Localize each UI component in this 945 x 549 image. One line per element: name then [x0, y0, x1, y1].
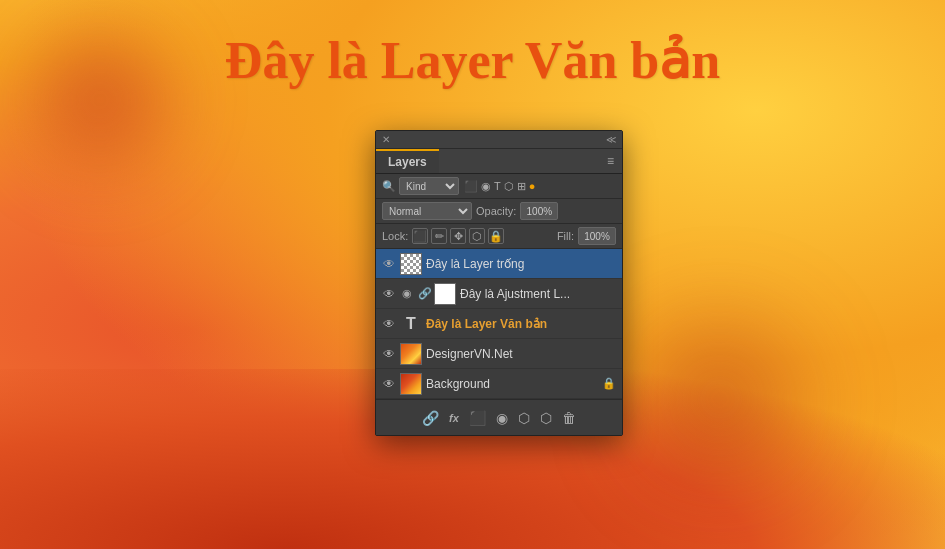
filter-icons: ⬛ ◉ T ⬡ ⊞ ● — [464, 180, 535, 193]
layer-row[interactable]: 👁 Đây là Layer trống — [376, 249, 622, 279]
visibility-icon[interactable]: 👁 — [382, 317, 396, 331]
lock-icons: ⬛ ✏ ✥ ⬡ 🔒 — [412, 228, 504, 244]
fx-icon[interactable]: fx — [449, 412, 459, 424]
panel-menu-icon[interactable]: ≡ — [599, 150, 622, 172]
visibility-icon[interactable]: 👁 — [382, 347, 396, 361]
filter-adjustment-icon[interactable]: ◉ — [481, 180, 491, 193]
visibility-icon[interactable]: 👁 — [382, 287, 396, 301]
link-icon: 🔗 — [418, 287, 430, 300]
expand-icon[interactable]: ≪ — [606, 134, 616, 145]
group-icon[interactable]: ⬡ — [518, 410, 530, 426]
layer-thumbnail — [400, 343, 422, 365]
adjustment-layer-icon[interactable]: ◉ — [496, 410, 508, 426]
visibility-icon[interactable]: 👁 — [382, 257, 396, 271]
layers-tab[interactable]: Layers — [376, 149, 439, 173]
opacity-input[interactable] — [520, 202, 558, 220]
fill-input[interactable] — [578, 227, 616, 245]
layer-row[interactable]: 👁 DesignerVN.Net — [376, 339, 622, 369]
layers-list: 👁 Đây là Layer trống 👁 ◉ 🔗 Đây là Ajustm… — [376, 249, 622, 399]
layer-thumbnail-text: T — [400, 313, 422, 335]
filter-row: 🔍 Kind Name Effect Mode Attribute Color … — [376, 174, 622, 199]
filter-smart-icon[interactable]: ⊞ — [517, 180, 526, 193]
filter-pixel-icon[interactable]: ⬛ — [464, 180, 478, 193]
layers-panel: ✕ ≪ Layers ≡ 🔍 Kind Name Effect Mode Att… — [375, 130, 623, 436]
page-title: Đây là Layer Văn bản — [0, 30, 945, 90]
layer-row[interactable]: 👁 T Đây là Layer Văn bản — [376, 309, 622, 339]
layer-row[interactable]: 👁 Background 🔒 — [376, 369, 622, 399]
layer-row[interactable]: 👁 ◉ 🔗 Đây là Ajustment L... — [376, 279, 622, 309]
layer-thumbnail — [400, 253, 422, 275]
layer-thumbnail — [434, 283, 456, 305]
lock-row: Lock: ⬛ ✏ ✥ ⬡ 🔒 Fill: — [376, 224, 622, 249]
layer-name: Đây là Ajustment L... — [460, 287, 616, 301]
lock-move-icon[interactable]: ✥ — [450, 228, 466, 244]
layer-name: Đây là Layer trống — [426, 257, 616, 271]
filter-search-icon: 🔍 — [382, 180, 396, 193]
delete-layer-icon[interactable]: 🗑 — [562, 410, 576, 426]
layer-name: Background — [426, 377, 598, 391]
layer-locked-icon: 🔒 — [602, 377, 616, 390]
lock-pixel-icon[interactable]: ⬛ — [412, 228, 428, 244]
panel-bottom-toolbar: 🔗 fx ⬛ ◉ ⬡ ⬡ 🗑 — [376, 399, 622, 435]
opacity-label: Opacity: — [476, 205, 516, 217]
new-layer-icon[interactable]: ⬡ — [540, 410, 552, 426]
bg-blur2 — [595, 299, 845, 499]
add-mask-icon[interactable]: ⬛ — [469, 410, 486, 426]
filter-active-icon[interactable]: ● — [529, 180, 536, 192]
layer-thumbnail — [400, 373, 422, 395]
visibility-icon[interactable]: 👁 — [382, 377, 396, 391]
panel-topbar: ✕ ≪ — [376, 131, 622, 149]
filter-type-icon[interactable]: T — [494, 180, 501, 192]
lock-draw-icon[interactable]: ✏ — [431, 228, 447, 244]
link-layers-icon[interactable]: 🔗 — [422, 410, 439, 426]
filter-shape-icon[interactable]: ⬡ — [504, 180, 514, 193]
lock-artboard-icon[interactable]: ⬡ — [469, 228, 485, 244]
blend-row: Normal Multiply Screen Overlay Opacity: — [376, 199, 622, 224]
filter-kind-select[interactable]: Kind Name Effect Mode Attribute Color — [399, 177, 459, 195]
panel-tabs: Layers ≡ — [376, 149, 622, 174]
fill-label: Fill: — [557, 230, 574, 242]
adjustment-icon: ◉ — [400, 287, 414, 300]
lock-all-icon[interactable]: 🔒 — [488, 228, 504, 244]
lock-label: Lock: — [382, 230, 408, 242]
close-icon[interactable]: ✕ — [382, 134, 390, 145]
blend-mode-select[interactable]: Normal Multiply Screen Overlay — [382, 202, 472, 220]
layer-name: DesignerVN.Net — [426, 347, 616, 361]
layer-name: Đây là Layer Văn bản — [426, 317, 616, 331]
